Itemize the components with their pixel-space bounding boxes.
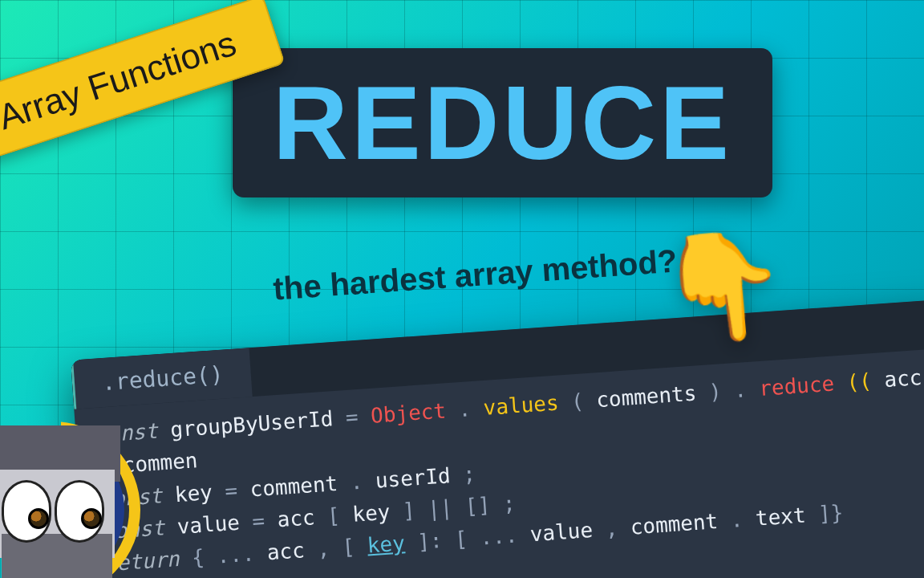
title-card: REDUCE — [233, 48, 772, 197]
pointing-down-icon: 👇 — [653, 219, 793, 353]
avatar-mascot — [0, 425, 144, 578]
title-text: REDUCE — [273, 64, 732, 181]
